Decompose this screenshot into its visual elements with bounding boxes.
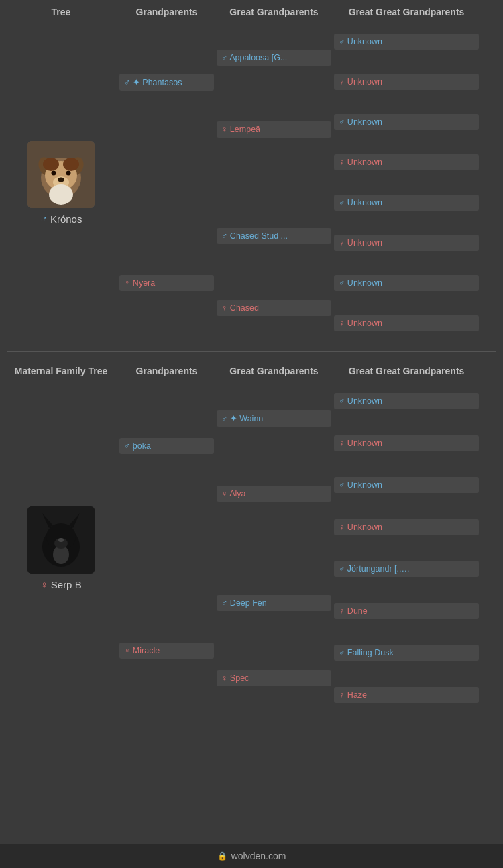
mgggp-4[interactable]: ♀ Unknown [334,519,479,535]
mgp-group-1: ♂ þoka [118,437,215,455]
svg-point-11 [63,158,79,171]
paternal-header-tree: Tree [4,7,118,17]
mgggp-5[interactable]: ♂ Jörtungandr [..… [334,561,479,577]
svg-point-10 [43,158,59,171]
ggp-2[interactable]: ♀ Lempeä [217,121,331,138]
gggp-6[interactable]: ♀ Unknown [334,235,479,251]
gggp-7[interactable]: ♂ Unknown [334,275,479,291]
gggp-5[interactable]: ♂ Unknown [334,195,479,211]
mgggp-6[interactable]: ♀ Dune [334,603,479,619]
gp-phantasos[interactable]: ♂ ✦ Phantasos [119,74,214,91]
mgp-miracle[interactable]: ♀ Miracle [119,643,214,659]
svg-point-9 [49,184,73,205]
avatar [27,141,95,208]
maternal-header-tree: Maternal Family Tree [4,366,118,376]
paternal-gggp-col: ♂ Unknown ♀ Unknown ♂ Unknown ♀ Unknown … [333,21,480,343]
gp-group-2: ♀ Nyera [118,274,215,292]
gggp-4[interactable]: ♀ Unknown [334,154,479,170]
maternal-header-ggp: Great Grandparents [215,366,333,376]
serpb-avatar-img [27,506,95,574]
mgp-poka[interactable]: ♂ þoka [119,438,214,454]
svg-point-8 [66,170,71,175]
maternal-header-gggp: Great Great Grandparents [333,366,480,376]
mgggp-3[interactable]: ♂ Unknown [334,477,479,493]
lock-icon: 🔒 [217,851,227,861]
svg-point-7 [52,170,56,175]
mgggp-7[interactable]: ♂ Falling Dusk [334,645,479,661]
mgggp-1[interactable]: ♂ Unknown [334,393,479,409]
footer: 🔒 wolvden.com [0,844,503,868]
gp-nyera[interactable]: ♀ Nyera [119,275,214,291]
ggp-3[interactable]: ♂ Chased Stud ... [217,228,331,244]
paternal-header-gggp: Great Great Grandparents [333,7,480,17]
svg-point-6 [58,177,64,182]
maternal-ggp-col: ♂ ✦ Wainn ♀ Alya ♂ Deep Fen ♀ Spec [215,380,333,716]
mggp-2[interactable]: ♀ Alya [217,486,331,502]
paternal-ggp-col: ♂ Appaloosa [G... ♀ Lempeä ♂ Chased Stud… [215,21,333,343]
maternal-avatar [27,506,95,574]
maternal-subject-col: ♀ Serp B [4,380,118,716]
paternal-header-row: Tree Grandparents Great Grandparents Gre… [0,0,503,21]
gggp-3[interactable]: ♂ Unknown [334,114,479,130]
maternal-gggp-col: ♂ Unknown ♀ Unknown ♂ Unknown ♀ Unknown … [333,380,480,716]
ggp-1[interactable]: ♂ Appaloosa [G... [217,50,331,66]
gggp-2[interactable]: ♀ Unknown [334,74,479,90]
paternal-gp-col: ♂ ✦ Phantasos ♀ Nyera [118,21,215,343]
svg-point-19 [58,538,64,542]
paternal-subject-col: ♂ Krónos [4,21,118,343]
corgi-avatar-img [27,141,95,208]
maternal-header-row: Maternal Family Tree Grandparents Great … [0,360,503,380]
footer-url[interactable]: wolvden.com [231,851,286,861]
section-divider [7,351,496,352]
mggp-4[interactable]: ♀ Spec [217,670,331,686]
maternal-header-gp: Grandparents [118,366,215,376]
maternal-subject-name[interactable]: ♀ Serp B [40,579,81,590]
paternal-header-gp: Grandparents [118,7,215,17]
maternal-gp-col: ♂ þoka ♀ Miracle [118,380,215,716]
ggp-4[interactable]: ♀ Chased [217,300,331,316]
gggp-1[interactable]: ♂ Unknown [334,34,479,50]
gggp-8[interactable]: ♀ Unknown [334,315,479,331]
paternal-subject-name[interactable]: ♂ Krónos [40,213,82,225]
mggp-3[interactable]: ♂ Deep Fen [217,595,331,611]
mgp-group-2: ♀ Miracle [118,641,215,660]
paternal-tree-body: ♂ Krónos ♂ ✦ Phantasos ♀ Nyera ♂ Appaloo… [0,21,503,343]
gp-group-1: ♂ ✦ Phantasos [118,72,215,92]
mgggp-2[interactable]: ♀ Unknown [334,435,479,451]
maternal-tree-body: ♀ Serp B ♂ þoka ♀ Miracle ♂ ✦ Wainn ♀ Al… [0,380,503,769]
mgggp-8[interactable]: ♀ Haze [334,687,479,703]
mggp-1[interactable]: ♂ ✦ Wainn [217,410,331,427]
paternal-header-ggp: Great Grandparents [215,7,333,17]
